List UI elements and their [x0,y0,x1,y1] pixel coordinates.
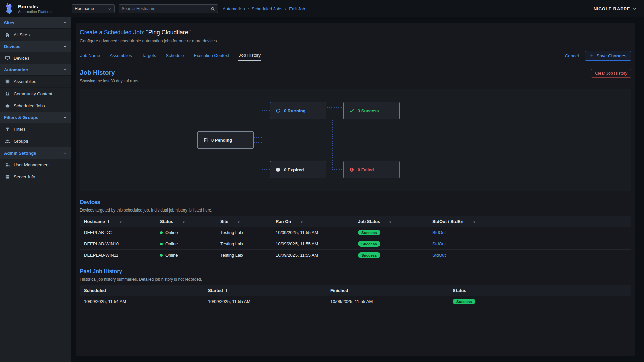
table-row: DEEPLAB-WIN11 Online Testing Lab 10/09/2… [80,250,631,261]
plus-icon [590,54,594,58]
tab-job-name[interactable]: Job Name [80,51,100,61]
sidebar-item-server-info[interactable]: Server Info [0,171,71,183]
state-success[interactable]: 3 Success [343,102,400,119]
cancel-button[interactable]: Cancel [565,53,579,58]
col-past-status[interactable]: Status [449,285,631,296]
job-status-cell: Success [354,227,428,238]
devices-table-header-row: Hostname Status Site Ran On Job Status S… [80,216,631,227]
tab-assemblies[interactable]: Assemblies [109,51,132,61]
col-finished[interactable]: Finished [326,285,449,296]
stdout-cell: StdOut [428,227,631,238]
search-input[interactable] [122,6,209,11]
filter-icon[interactable] [300,220,304,224]
sidebar-section-sites[interactable]: Sites [0,17,71,29]
tab-actions: Cancel Save Changes [565,51,631,61]
sidebar-item-scheduled-jobs[interactable]: Scheduled Jobs [0,100,71,112]
check-icon [349,108,354,113]
tab-schedule[interactable]: Schedule [165,51,184,61]
sidebar-section-devices[interactable]: Devices [0,41,71,52]
col-scheduled[interactable]: Scheduled [80,285,204,296]
clock-icon [275,167,281,172]
breadcrumb-scheduled-jobs[interactable]: Scheduled Jobs [252,6,283,11]
breadcrumb-separator: › [248,6,249,11]
hostname-cell: DEEPLAB-WIN10 [80,238,156,250]
section-label: Automation [4,67,28,72]
sidebar-item-devices[interactable]: Devices [0,52,71,64]
state-failed[interactable]: 0 Failed [343,161,400,178]
sidebar-item-assemblies[interactable]: Assemblies [0,76,71,88]
col-stdout-label: StdOut / StdErr [432,219,464,224]
job-state-diagram: 0 Pending 0 Running 3 Success 0 Expired [80,89,631,191]
save-changes-button[interactable]: Save Changes [585,51,631,61]
devices-subheading: Devices targeted by this scheduled job. … [80,208,631,213]
briefcase-icon [5,103,10,108]
col-status[interactable]: Status [156,216,216,227]
sidebar-item-community-content[interactable]: Community Content [0,88,71,100]
building-icon [5,32,10,37]
breadcrumb: Automation › Scheduled Jobs › Edit Job [223,6,305,11]
ran-on-cell: 10/09/2025, 11:55 AM [272,238,354,250]
filter-icon[interactable] [119,220,123,224]
tab-execution-context[interactable]: Execution Context [194,51,230,61]
state-expired-label: 0 Expired [284,167,304,172]
status-cell: Online [156,238,216,250]
sidebar-section-automation[interactable]: Automation [0,64,71,76]
stdout-link[interactable]: StdOut [432,230,446,235]
filter-icon[interactable] [237,220,241,224]
col-job-status[interactable]: Job Status [354,216,428,227]
breadcrumb-automation[interactable]: Automation [223,6,245,11]
col-hostname[interactable]: Hostname [80,216,156,227]
site-cell: Testing Lab [216,238,272,250]
sidebar-item-user-management[interactable]: User Management [0,159,71,171]
stdout-link[interactable]: StdOut [432,253,446,258]
filter-icon[interactable] [388,220,392,224]
col-site-label: Site [220,219,228,224]
status-cell: Online [156,227,216,238]
sort-desc-icon[interactable] [225,289,228,292]
hostname-select[interactable]: Hostname [72,4,115,13]
breadcrumb-edit-job[interactable]: Edit Job [289,6,305,11]
sidebar-nav: Sites All Sites Devices Devices Automati… [0,17,71,183]
tab-job-history[interactable]: Job History [238,51,261,61]
sidebar-item-label: Scheduled Jobs [14,103,45,108]
col-ran-on[interactable]: Ran On [272,216,354,227]
sort-asc-icon[interactable] [107,220,110,223]
col-site[interactable]: Site [216,216,272,227]
monitor-icon [5,56,10,61]
grid-icon [5,79,10,84]
state-expired[interactable]: 0 Expired [270,161,326,178]
col-job-status-label: Job Status [358,219,380,224]
col-stdout[interactable]: StdOut / StdErr [428,216,631,227]
chevron-down-icon [633,7,637,11]
past-history-header-row: Scheduled Started Finished Status [80,285,631,296]
sidebar-item-all-sites[interactable]: All Sites [0,29,71,41]
job-status-cell: Success [354,250,428,261]
sidebar-item-groups[interactable]: Groups [0,135,71,147]
status-text: Online [165,241,178,246]
site-cell: Testing Lab [216,250,272,261]
sidebar-section-admin-settings[interactable]: Admin Settings [0,147,71,159]
sidebar-item-filters[interactable]: Filters [0,123,71,135]
job-history-subheading: Showing the last 30 days of runs. [80,79,139,83]
past-history-table: Scheduled Started Finished Status 10/09/… [80,285,631,307]
status-badge: Success [358,252,380,258]
group-icon [5,139,10,144]
clear-job-history-button[interactable]: Clear Job History [591,69,631,78]
filter-icon[interactable] [472,220,476,224]
section-label: Sites [4,20,14,25]
brand-tagline: Automation Platform [18,10,52,14]
user-name: NICOLE RAPPE [594,6,630,11]
state-pending[interactable]: 0 Pending [197,131,254,149]
tab-targets[interactable]: Targets [142,51,157,61]
filter-icon[interactable] [182,220,186,224]
state-running[interactable]: 0 Running [270,102,326,119]
chevron-up-icon [63,151,67,155]
stdout-link[interactable]: StdOut [432,241,446,246]
user-menu[interactable]: NICOLE RAPPE [594,6,637,11]
col-started[interactable]: Started [204,285,326,296]
sidebar-section-filters-groups[interactable]: Filters & Groups [0,112,71,123]
sidebar-item-label: Groups [14,139,28,144]
col-ran-on-label: Ran On [276,219,291,224]
search-icon[interactable] [211,7,215,11]
hostname-cell: DEEPLAB-DC [80,227,156,238]
